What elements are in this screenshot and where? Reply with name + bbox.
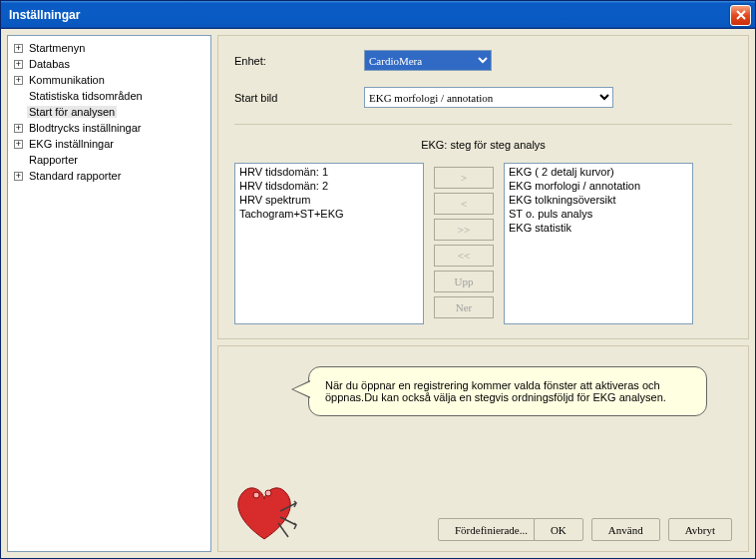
nav-tree[interactable]: +Startmenyn+Databas+KommunikationStatist… (7, 35, 211, 552)
tree-item[interactable]: +Blodtrycks inställningar (10, 120, 208, 136)
expand-icon[interactable]: + (14, 76, 23, 85)
apply-button[interactable]: Använd (591, 518, 660, 541)
expand-icon[interactable]: + (14, 140, 23, 149)
move-left-button[interactable]: < (434, 193, 494, 215)
available-list[interactable]: HRV tidsdomän: 1HRV tidsdomän: 2HRV spek… (234, 163, 424, 324)
list-item[interactable]: HRV tidsdomän: 2 (239, 180, 419, 194)
startbild-combo[interactable]: EKG morfologi / annotation (364, 87, 613, 108)
list-item[interactable]: HRV spektrum (239, 194, 419, 208)
tree-item-label: EKG inställningar (27, 138, 116, 150)
tree-item[interactable]: +Kommunikation (10, 72, 208, 88)
list-item[interactable]: EKG statistik (509, 222, 688, 236)
move-up-button[interactable]: Upp (434, 271, 494, 292)
expand-icon[interactable]: + (14, 44, 23, 53)
move-all-left-button[interactable]: << (434, 245, 494, 267)
svg-point-0 (253, 492, 259, 498)
tree-item-label: Databas (27, 58, 72, 70)
cancel-button[interactable]: Avbryt (668, 518, 732, 541)
list-item[interactable]: HRV tidsdomän: 1 (239, 166, 419, 180)
move-all-right-button[interactable]: >> (434, 219, 494, 241)
tree-item-label: Startmenyn (27, 42, 87, 54)
enhet-label: Enhet: (234, 55, 364, 67)
tree-item[interactable]: +Standard rapporter (10, 168, 208, 184)
tree-item-label: Blodtrycks inställningar (27, 122, 144, 134)
list-item[interactable]: ST o. puls analys (509, 208, 688, 222)
close-button[interactable] (730, 5, 751, 26)
tree-item-label: Kommunikation (27, 74, 107, 86)
tree-item[interactable]: +Databas (10, 56, 208, 72)
expand-icon[interactable]: + (14, 172, 23, 181)
help-bubble: När du öppnar en registrering kommer val… (308, 366, 707, 416)
heart-icon (230, 481, 298, 545)
help-text: När du öppnar en registrering kommer val… (325, 379, 666, 403)
ok-button[interactable]: OK (534, 518, 583, 541)
titlebar: Inställningar (1, 1, 755, 29)
list-item[interactable]: Tachogram+ST+EKG (239, 208, 419, 222)
move-down-button[interactable]: Ner (434, 296, 494, 318)
close-icon (736, 10, 746, 20)
svg-point-1 (265, 490, 271, 496)
tree-item[interactable]: +Startmenyn (10, 40, 208, 56)
list-item[interactable]: EKG tolkningsöversikt (509, 194, 688, 208)
analysis-start-panel: Enhet: CardioMera Start bild EKG morfolo… (217, 35, 749, 339)
startbild-label: Start bild (234, 92, 364, 104)
tree-item[interactable]: +EKG inställningar (10, 136, 208, 152)
tree-item-label: Rapporter (27, 154, 80, 166)
selected-list[interactable]: EKG ( 2 detalj kurvor)EKG morfologi / an… (504, 163, 693, 324)
settings-window: Inställningar +Startmenyn+Databas+Kommun… (0, 0, 756, 559)
list-item[interactable]: EKG morfologi / annotation (509, 180, 688, 194)
tree-item[interactable]: Start för analysen (10, 104, 208, 120)
list-item[interactable]: EKG ( 2 detalj kurvor) (509, 166, 688, 180)
tree-item-label: Standard rapporter (27, 170, 123, 182)
window-title: Inställningar (9, 8, 730, 22)
tree-item-label: Start för analysen (27, 106, 117, 118)
section-title: EKG: steg för steg analys (234, 135, 732, 163)
divider (234, 124, 732, 125)
expand-icon[interactable]: + (14, 124, 23, 133)
help-panel: När du öppnar en registrering kommer val… (217, 345, 749, 552)
tree-item[interactable]: Statistiska tidsområden (10, 88, 208, 104)
enhet-combo[interactable]: CardioMera (364, 50, 492, 71)
tree-item-label: Statistiska tidsområden (27, 90, 145, 102)
move-right-button[interactable]: > (434, 167, 494, 189)
predefined-button[interactable]: Fördefinierade... (438, 518, 545, 541)
expand-icon[interactable]: + (14, 60, 23, 69)
tree-item[interactable]: Rapporter (10, 152, 208, 168)
